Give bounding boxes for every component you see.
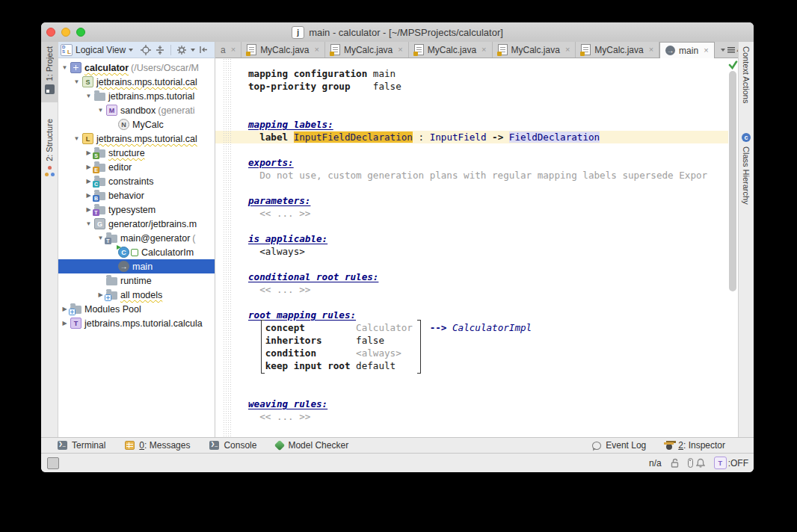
tree-row-jetbrains-mps-tutorial[interactable]: ▼jetbrains.mps.tutorial: [58, 89, 215, 103]
tab-close-icon[interactable]: ×: [649, 46, 653, 54]
aspect-folder-icon: E: [94, 164, 105, 172]
zoom-window-button[interactable]: [76, 28, 85, 37]
tree-row-jetbrains-mps-tutorial-calcula[interactable]: ▶Tjetbrains.mps.tutorial.calcula: [58, 316, 215, 330]
tree-expand-arrow-icon[interactable]: ▶: [84, 178, 93, 185]
tree-row-generator-jetbrains-m[interactable]: ▼Ggenerator/jetbrains.m: [58, 217, 215, 231]
editor-vertical-scrollbar[interactable]: [729, 71, 736, 291]
tab-close-icon[interactable]: ×: [314, 46, 319, 54]
tree-expand-arrow-icon[interactable]: ▼: [73, 135, 81, 142]
toolbar-separator: [170, 45, 171, 55]
tree-row-jetbrains-mps-tutorial-cal[interactable]: ▼Ljetbrains.mps.tutorial.cal: [58, 132, 215, 146]
minimize-window-button[interactable]: [61, 28, 70, 37]
tree-expand-arrow-icon[interactable]: ▶: [96, 291, 105, 298]
editor-tab-main[interactable]: →main×: [659, 42, 714, 58]
tool-window-button-event-log[interactable]: Event Log: [592, 440, 646, 451]
project-tree: ▼calculator(/Users/Oscar/M▼Sjetbrains.mp…: [58, 58, 215, 437]
left-tool-stripe: 1: Project2: Structure: [41, 42, 58, 437]
terminal-icon: [58, 441, 67, 450]
tree-row-runtime[interactable]: runtime: [58, 273, 215, 288]
tool-stripe-button-context-actions[interactable]: Context Actions: [739, 42, 754, 108]
editor-line-1: top-priority group false: [215, 80, 728, 93]
tree-row-all-models[interactable]: ▶all models: [58, 288, 215, 302]
gear-icon[interactable]: [176, 45, 187, 55]
tree-expand-arrow-icon[interactable]: ▼: [96, 107, 105, 114]
tree-expand-arrow-icon[interactable]: ▼: [61, 64, 69, 71]
tool-stripe-button-2-structure[interactable]: 2: Structure: [41, 114, 58, 185]
gear-chevron-icon[interactable]: [191, 49, 195, 52]
tool-stripe-button-1-project[interactable]: 1: Project: [41, 42, 58, 102]
tree-row-jetbrains-mps-tutorial-cal[interactable]: ▼Sjetbrains.mps.tutorial.cal: [58, 75, 215, 89]
close-window-button[interactable]: [46, 28, 55, 37]
tab-close-icon[interactable]: ×: [481, 46, 486, 54]
editor-tab-mycalc-java[interactable]: MyCalc.java×: [409, 42, 493, 58]
traffic-lights: [46, 28, 85, 37]
tree-expand-arrow-icon[interactable]: ▶: [61, 320, 69, 327]
tree-item-label: all models: [120, 290, 162, 300]
tree-row-mycalc[interactable]: NMyCalc: [58, 117, 215, 132]
template-fragment-icon: [131, 249, 138, 256]
tree-row-calculatorim[interactable]: CCalculatorIm: [58, 245, 215, 259]
tool-window-button-model-checker[interactable]: Model Checker: [276, 440, 348, 451]
inspection-ok-icon: [728, 61, 738, 69]
tool-stripe-button-class-hierarchy[interactable]: cClass Hierarchy: [739, 124, 754, 209]
tree-item-location: (generati: [158, 105, 194, 116]
tree-item-label: jetbrains.mps.tutorial: [108, 91, 194, 102]
toolwindow-toggle-icon[interactable]: [47, 457, 59, 469]
tree-expand-arrow-icon[interactable]: ▼: [73, 78, 81, 85]
tree-row-behavior[interactable]: ▶Bbehavior: [58, 188, 215, 202]
editor-tab-mycalc-java[interactable]: MyCalc.java×: [576, 42, 659, 58]
tree-row-sandbox[interactable]: ▼Msandbox(generati: [58, 103, 215, 117]
tool-stripe-label: Class Hierarchy: [742, 146, 751, 205]
tree-item-label: structure: [108, 148, 145, 158]
window-title: main - calculator - [~/MPSProjects/calcu…: [309, 27, 503, 38]
tab-close-icon[interactable]: ×: [565, 46, 570, 54]
editor-line-4: mapping labels:: [215, 118, 728, 131]
tool-window-button-console[interactable]: Console: [209, 440, 256, 451]
tree-expand-arrow-icon[interactable]: ▶: [84, 149, 93, 156]
tree-row-editor[interactable]: ▶Eeditor: [58, 160, 215, 174]
collapse-all-icon[interactable]: [155, 45, 165, 55]
editor-tab-mycalc-java[interactable]: MyCalc.java×: [241, 42, 325, 58]
tree-row-main[interactable]: main: [58, 259, 215, 273]
hide-panel-icon[interactable]: [199, 45, 209, 55]
tree-item-location: (/Users/Oscar/M: [131, 63, 199, 73]
tree-expand-arrow-icon[interactable]: ▼: [96, 235, 105, 241]
title-bar[interactable]: j main - calculator - [~/MPSProjects/cal…: [41, 22, 754, 43]
tree-expand-arrow-icon[interactable]: ▼: [84, 220, 93, 227]
tool-window-button-label: Model Checker: [288, 440, 348, 451]
highlight-level-icon[interactable]: [688, 458, 693, 468]
memory-indicator[interactable]: n/a: [649, 458, 662, 468]
console-icon: [209, 441, 219, 450]
tree-row-typesystem[interactable]: ▶Ttypesystem: [58, 202, 215, 217]
tree-row-main-generator[interactable]: ▼Tmain@generator(: [58, 231, 215, 245]
tool-window-button-0-messages[interactable]: 0: Messages: [125, 440, 190, 451]
tree-row-calculator[interactable]: ▼calculator(/Users/Oscar/M: [58, 61, 215, 75]
tree-row-structure[interactable]: ▶Sstructure: [58, 146, 215, 160]
chevron-down-icon[interactable]: [129, 49, 133, 52]
tool-window-button-2-inspector[interactable]: 2: Inspector: [664, 440, 725, 451]
tool-window-button-terminal[interactable]: Terminal: [58, 440, 105, 451]
tree-item-label: Modules Pool: [84, 304, 141, 315]
editor-tab-mycalc-java[interactable]: MyCalc.java×: [325, 42, 409, 58]
unlock-icon[interactable]: [671, 458, 679, 468]
tab-close-icon[interactable]: ×: [398, 46, 402, 54]
editor-tab-truncated[interactable]: a×: [215, 42, 241, 58]
tree-expand-arrow-icon[interactable]: ▼: [84, 93, 93, 99]
tree-item-label: sandbox: [120, 105, 156, 116]
tree-row-constraints[interactable]: ▶Cconstraints: [58, 174, 215, 188]
aspect-folder-icon: C: [94, 178, 105, 186]
tree-expand-arrow-icon[interactable]: ▶: [84, 206, 93, 213]
mps-window: j main - calculator - [~/MPSProjects/cal…: [41, 22, 754, 472]
tree-row-modules-pool[interactable]: ▶Modules Pool: [58, 302, 215, 316]
editor-tab-mycalc-java[interactable]: MyCalc.java×: [493, 42, 576, 58]
tab-close-icon[interactable]: ×: [704, 46, 708, 55]
mps-editor[interactable]: mapping configuration maintop-priority g…: [215, 58, 739, 437]
tree-expand-arrow-icon[interactable]: ▶: [84, 192, 93, 199]
tree-expand-arrow-icon[interactable]: ▶: [84, 164, 93, 170]
locate-icon[interactable]: [141, 45, 151, 55]
tree-expand-arrow-icon[interactable]: ▶: [61, 306, 69, 312]
tab-close-icon[interactable]: ×: [231, 46, 236, 54]
notification-bell-icon[interactable]: [696, 458, 705, 468]
view-selector[interactable]: Logical View: [76, 45, 126, 55]
t-mode-badge[interactable]: T: [714, 457, 727, 469]
